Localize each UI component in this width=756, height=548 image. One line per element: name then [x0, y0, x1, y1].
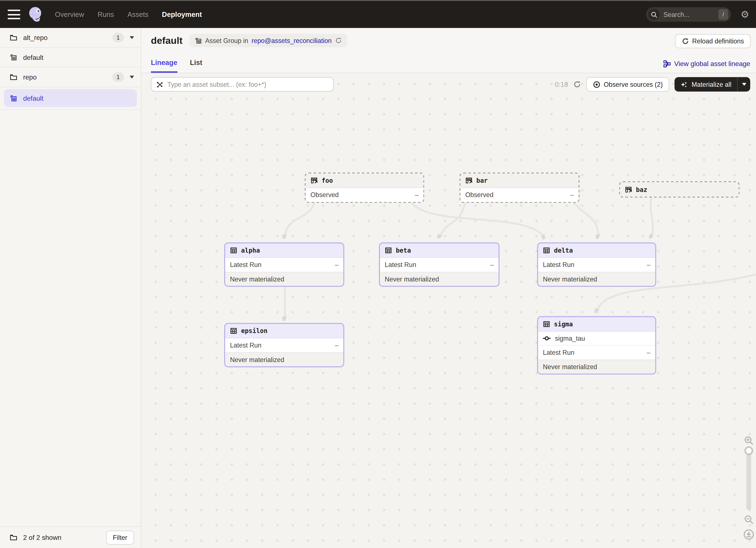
observe-sources-label: Observe sources (2): [604, 81, 663, 88]
asset-node-beta[interactable]: beta Latest Run – Never materialized: [379, 243, 500, 286]
nav-link-runs[interactable]: Runs: [98, 11, 114, 18]
asset-node-foo[interactable]: foo Observed –: [305, 173, 424, 203]
filter-button[interactable]: Filter: [106, 530, 134, 544]
sidebar-item-label: repo: [23, 73, 112, 81]
latest-run-row: Latest Run –: [225, 258, 343, 272]
materialize-all-button[interactable]: Materialize all: [675, 77, 737, 92]
repository-sidebar: alt_repo 1 default repo 1 default: [0, 28, 141, 548]
refresh-icon: [682, 38, 689, 45]
nav-link-assets[interactable]: Assets: [127, 11, 148, 18]
refresh-icon[interactable]: [573, 81, 581, 88]
latest-run-value: –: [490, 261, 494, 269]
asset-subset-input[interactable]: [167, 81, 328, 88]
tab-lineage[interactable]: Lineage: [151, 59, 177, 73]
search-input[interactable]: Search... /: [646, 7, 731, 22]
observed-value: –: [570, 191, 574, 199]
asset-node-bar[interactable]: bar Observed –: [459, 173, 580, 203]
hamburger-menu-icon[interactable]: [8, 10, 20, 19]
asset-node-alpha[interactable]: alpha Latest Run – Never materialized: [224, 243, 344, 286]
sidebar-selected-wrap: default: [0, 87, 141, 110]
view-global-asset-lineage-link[interactable]: View global asset lineage: [664, 60, 750, 68]
sidebar-item-alt-repo[interactable]: alt_repo 1: [0, 28, 141, 48]
latest-run-row: Latest Run –: [538, 258, 655, 272]
latest-run-row: Latest Run –: [380, 258, 499, 272]
node-header: delta: [538, 244, 655, 258]
sidebar-item-repo[interactable]: repo 1: [0, 68, 141, 87]
asset-subset-filter[interactable]: [151, 77, 334, 92]
title-row: default Asset Group in repo@assets_recon…: [151, 34, 347, 47]
asset-lineage-canvas[interactable]: 0:18 Observe sources (2) Materialize all: [141, 73, 756, 548]
node-header: foo: [306, 174, 423, 188]
node-header: sigma: [538, 317, 655, 332]
materialize-options-caret[interactable]: [738, 77, 750, 92]
asset-node-epsilon[interactable]: epsilon Latest Run – Never materialized: [224, 323, 344, 367]
tab-list[interactable]: List: [190, 59, 202, 73]
table-asset-icon: [543, 320, 550, 328]
table-asset-icon: [230, 327, 237, 334]
sidebar-item-default-alt[interactable]: default: [0, 48, 141, 67]
observed-value: –: [415, 191, 418, 199]
observable-source-icon: [465, 177, 473, 184]
materialization-status: Never materialized: [230, 356, 284, 363]
asset-group-pill: Asset Group in repo@assets_reconciliatio…: [189, 34, 347, 47]
zoom-out-icon[interactable]: [744, 515, 754, 524]
zoom-controls: [743, 436, 755, 540]
sidebar-footer: 2 of 2 shown Filter: [0, 526, 141, 548]
observed-row: Observed –: [461, 188, 579, 202]
reload-definitions-button[interactable]: Reload definitions: [675, 34, 751, 48]
latest-run-row: Latest Run –: [225, 338, 343, 352]
primary-nav-links: Overview Runs Assets Deployment: [55, 11, 202, 18]
latest-run-row: Latest Run –: [538, 345, 655, 359]
asset-node-baz[interactable]: baz: [619, 181, 740, 198]
materialization-status: Never materialized: [543, 363, 597, 370]
materialize-sparkle-icon: [681, 81, 688, 88]
asset-check-icon: [543, 335, 551, 341]
dagster-logo[interactable]: [27, 6, 44, 23]
top-navigation-bar: Overview Runs Assets Deployment Search..…: [0, 0, 756, 28]
latest-run-label: Latest Run: [385, 261, 416, 269]
download-view-icon[interactable]: [743, 529, 754, 540]
sidebar-item-label: default: [23, 53, 134, 61]
topnav-right-cluster: Search... / ⚙: [646, 7, 749, 22]
refresh-countdown: 0:18: [555, 81, 568, 88]
edge-foo-delta: [411, 203, 544, 237]
asset-group-icon: [10, 94, 17, 102]
asset-node-sigma[interactable]: sigma sigma_tau Latest Run – Never mater…: [537, 316, 656, 374]
materialize-all-label: Materialize all: [692, 81, 731, 88]
graph-controls: 0:18 Observe sources (2) Materialize all: [555, 77, 750, 92]
view-global-asset-lineage-label: View global asset lineage: [674, 60, 750, 68]
zoom-slider-thumb[interactable]: [744, 446, 753, 455]
observe-sources-button[interactable]: Observe sources (2): [586, 77, 670, 92]
materialization-status: Never materialized: [230, 275, 284, 283]
sidebar-item-default-selected[interactable]: default: [4, 89, 137, 107]
asset-name: sigma: [554, 320, 573, 328]
folder-icon: [10, 73, 17, 81]
node-header: bar: [461, 174, 579, 188]
nav-link-overview[interactable]: Overview: [55, 11, 84, 18]
zoom-in-icon[interactable]: [744, 436, 754, 445]
asset-check-label: sigma_tau: [555, 335, 585, 342]
materialization-row: Never materialized: [380, 272, 499, 286]
zoom-slider[interactable]: [746, 448, 751, 510]
sidebar-item-label: default: [23, 94, 43, 102]
latest-run-value: –: [647, 349, 650, 356]
reload-location-icon[interactable]: [335, 37, 342, 44]
materialization-row: Never materialized: [225, 352, 343, 366]
materialization-status: Never materialized: [543, 275, 597, 283]
latest-run-label: Latest Run: [230, 261, 261, 269]
asset-name: foo: [322, 177, 333, 184]
asset-check-row[interactable]: sigma_tau: [538, 332, 655, 345]
edge-bar-beta: [440, 203, 465, 237]
page-title: default: [151, 35, 183, 46]
folder-icon: [10, 533, 17, 541]
asset-name: beta: [396, 247, 411, 254]
nav-link-deployment[interactable]: Deployment: [162, 11, 202, 18]
asset-name: alpha: [241, 247, 260, 254]
gear-icon[interactable]: ⚙: [741, 10, 749, 19]
repo-location-link[interactable]: repo@assets_reconciliation: [252, 37, 332, 44]
group-pill-prefix: Asset Group in: [205, 37, 248, 44]
asset-name: delta: [554, 247, 573, 254]
asset-node-delta[interactable]: delta Latest Run – Never materialized: [537, 243, 656, 286]
chevron-down-icon[interactable]: [130, 36, 134, 39]
chevron-down-icon[interactable]: [130, 76, 134, 79]
